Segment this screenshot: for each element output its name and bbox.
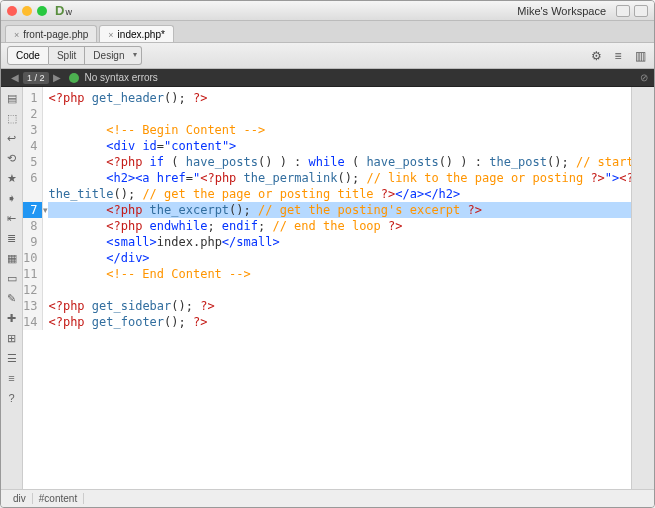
close-tab-icon[interactable]: × xyxy=(108,30,113,40)
tool-indent-icon[interactable]: ➧ xyxy=(5,191,19,205)
app-logo: Dw xyxy=(55,3,72,18)
status-selector[interactable]: #content xyxy=(33,493,84,504)
tool-outdent-icon[interactable]: ⇤ xyxy=(5,211,19,225)
code-toolbar: ▤ ⬚ ↩ ⟲ ★ ➧ ⇤ ≣ ▦ ▭ ✎ ✚ ⊞ ☰ ≡ ? xyxy=(1,87,23,489)
logo-sub: w xyxy=(65,7,72,17)
tool-edit-icon[interactable]: ✎ xyxy=(5,291,19,305)
prev-error-icon[interactable]: ◀ xyxy=(11,72,19,83)
close-tab-icon[interactable]: × xyxy=(14,30,19,40)
view-split-button[interactable]: Split xyxy=(49,46,85,65)
view-code-button[interactable]: Code xyxy=(7,46,49,65)
main-area: ▤ ⬚ ↩ ⟲ ★ ➧ ⇤ ≣ ▦ ▭ ✎ ✚ ⊞ ☰ ≡ ? 12345678… xyxy=(1,87,654,489)
close-icon[interactable] xyxy=(7,6,17,16)
tool-wrap-icon[interactable]: ↩ xyxy=(5,131,19,145)
tab-label: front-page.php xyxy=(23,29,88,40)
status-tag[interactable]: div xyxy=(7,493,33,504)
tab-index[interactable]: ×index.php* xyxy=(99,25,174,42)
tool-bars-icon[interactable]: ≡ xyxy=(5,371,19,385)
right-gutter xyxy=(632,87,654,489)
tool-box-icon[interactable]: ▭ xyxy=(5,271,19,285)
tool-grid-icon[interactable]: ▦ xyxy=(5,251,19,265)
tool-file-icon[interactable]: ▤ xyxy=(5,91,19,105)
tool-pin-icon[interactable]: ✚ xyxy=(5,311,19,325)
tool-format-icon[interactable]: ⟲ xyxy=(5,151,19,165)
zoom-icon[interactable] xyxy=(37,6,47,16)
logo-main: D xyxy=(55,3,64,18)
tool-dom-icon[interactable]: ⬚ xyxy=(5,111,19,125)
code-editor[interactable]: 1234567891011121314 ▾ <?php get_header()… xyxy=(23,87,632,489)
view-design-button[interactable]: Design xyxy=(85,46,141,65)
sliders-icon[interactable]: ≡ xyxy=(610,48,626,64)
line-gutter[interactable]: 1234567891011121314 xyxy=(23,87,43,330)
panel-icon[interactable]: ▥ xyxy=(632,48,648,64)
minimize-icon[interactable] xyxy=(22,6,32,16)
error-close-icon[interactable]: ⊘ xyxy=(640,72,648,83)
error-nav-count: 1 / 2 xyxy=(23,72,49,84)
tab-label: index.php* xyxy=(118,29,165,40)
status-bar: div #content xyxy=(1,489,654,507)
document-tabs: ×front-page.php ×index.php* xyxy=(1,21,654,43)
tool-lines-icon[interactable]: ≣ xyxy=(5,231,19,245)
code-area[interactable]: <?php get_header(); ?> <!-- Begin Conten… xyxy=(48,87,632,330)
tool-star-icon[interactable]: ★ xyxy=(5,171,19,185)
layout-icon[interactable] xyxy=(634,5,648,17)
error-message: No syntax errors xyxy=(85,72,158,83)
error-bar: ◀ 1 / 2 ▶ No syntax errors ⊘ xyxy=(1,69,654,87)
sync-icon[interactable] xyxy=(616,5,630,17)
title-bar: Dw Mike's Workspace xyxy=(1,1,654,21)
tab-front-page[interactable]: ×front-page.php xyxy=(5,25,97,42)
next-error-icon[interactable]: ▶ xyxy=(53,72,61,83)
tool-list-icon[interactable]: ☰ xyxy=(5,351,19,365)
view-toolbar: Code Split Design ⚙ ≡ ▥ xyxy=(1,43,654,69)
workspace-label[interactable]: Mike's Workspace xyxy=(517,5,612,17)
tool-help-icon[interactable]: ? xyxy=(5,391,19,405)
status-ok-icon xyxy=(69,73,79,83)
window-controls xyxy=(7,6,47,16)
tool-css-icon[interactable]: ⊞ xyxy=(5,331,19,345)
gear-icon[interactable]: ⚙ xyxy=(588,48,604,64)
app-window: Dw Mike's Workspace ×front-page.php ×ind… xyxy=(0,0,655,508)
